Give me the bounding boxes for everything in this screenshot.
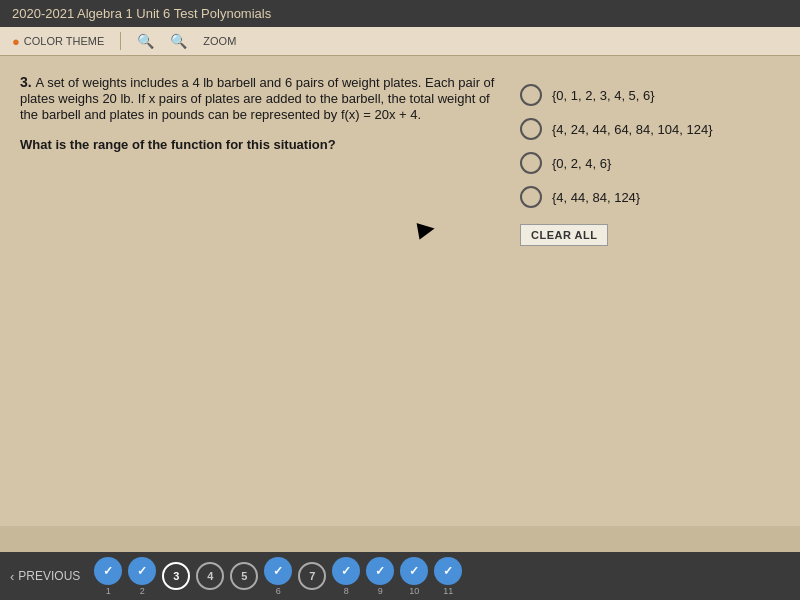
- prev-label: PREVIOUS: [18, 569, 80, 583]
- nav-item-9[interactable]: ✓ 9: [366, 557, 394, 596]
- nav-item-8[interactable]: ✓ 8: [332, 557, 360, 596]
- nav-item-2[interactable]: ✓ 2: [128, 557, 156, 596]
- answer-option-d[interactable]: {4, 44, 84, 124}: [520, 186, 780, 208]
- question-body-text: A set of weights includes a 4 lb barbell…: [20, 75, 494, 122]
- prev-chevron-icon: ‹: [10, 569, 14, 584]
- nav-circle-1[interactable]: ✓: [94, 557, 122, 585]
- answer-option-a[interactable]: {0, 1, 2, 3, 4, 5, 6}: [520, 84, 780, 106]
- question-sub-text: What is the range of the function for th…: [20, 136, 360, 154]
- answer-label-a: {0, 1, 2, 3, 4, 5, 6}: [552, 88, 655, 103]
- zoom-in-icon: 🔍: [170, 33, 187, 49]
- answer-option-b[interactable]: {4, 24, 44, 64, 84, 104, 124}: [520, 118, 780, 140]
- answers-area: {0, 1, 2, 3, 4, 5, 6} {4, 24, 44, 64, 84…: [520, 74, 780, 516]
- color-theme-label: COLOR THEME: [24, 35, 104, 47]
- nav-circle-8[interactable]: ✓: [332, 557, 360, 585]
- nav-circle-4[interactable]: 4: [196, 562, 224, 590]
- bottom-nav: ‹ PREVIOUS ✓ 1 ✓ 2 3 4 5 ✓ 6 7 ✓ 8: [0, 552, 800, 600]
- radio-circle-b[interactable]: [520, 118, 542, 140]
- nav-circle-2[interactable]: ✓: [128, 557, 156, 585]
- clear-all-button[interactable]: CLEAR ALL: [520, 224, 608, 246]
- answer-option-c[interactable]: {0, 2, 4, 6}: [520, 152, 780, 174]
- title-bar: 2020-2021 Algebra 1 Unit 6 Test Polynomi…: [0, 0, 800, 27]
- zoom-label: ZOOM: [203, 35, 236, 47]
- answer-label-b: {4, 24, 44, 64, 84, 104, 124}: [552, 122, 712, 137]
- main-content: 3. A set of weights includes a 4 lb barb…: [0, 56, 800, 526]
- question-number-text: 3.: [20, 74, 32, 90]
- nav-item-11[interactable]: ✓ 11: [434, 557, 462, 596]
- toolbar-divider: [120, 32, 121, 50]
- toolbar: ● COLOR THEME 🔍 🔍 ZOOM: [0, 27, 800, 56]
- nav-item-7[interactable]: 7: [298, 562, 326, 591]
- radio-circle-c[interactable]: [520, 152, 542, 174]
- radio-circle-d[interactable]: [520, 186, 542, 208]
- nav-circle-7[interactable]: 7: [298, 562, 326, 590]
- nav-label-1: 1: [106, 586, 111, 596]
- nav-label-11: 11: [443, 586, 453, 596]
- nav-item-5[interactable]: 5: [230, 562, 258, 591]
- zoom-out-icon: 🔍: [137, 33, 154, 49]
- nav-circle-10[interactable]: ✓: [400, 557, 428, 585]
- question-area: 3. A set of weights includes a 4 lb barb…: [20, 74, 510, 516]
- nav-circle-6[interactable]: ✓: [264, 557, 292, 585]
- nav-label-9: 9: [378, 586, 383, 596]
- zoom-label-item: ZOOM: [203, 35, 236, 47]
- nav-item-6[interactable]: ✓ 6: [264, 557, 292, 596]
- nav-circle-5[interactable]: 5: [230, 562, 258, 590]
- answer-label-d: {4, 44, 84, 124}: [552, 190, 640, 205]
- color-theme-icon: ●: [12, 34, 20, 49]
- nav-label-2: 2: [140, 586, 145, 596]
- zoom-out-button[interactable]: 🔍: [137, 33, 154, 49]
- radio-circle-a[interactable]: [520, 84, 542, 106]
- nav-circle-3[interactable]: 3: [162, 562, 190, 590]
- nav-item-3[interactable]: 3: [162, 562, 190, 591]
- color-theme-button[interactable]: ● COLOR THEME: [12, 34, 104, 49]
- question-number: 3. A set of weights includes a 4 lb barb…: [20, 74, 500, 122]
- page-title: 2020-2021 Algebra 1 Unit 6 Test Polynomi…: [12, 6, 271, 21]
- nav-label-10: 10: [409, 586, 419, 596]
- answer-label-c: {0, 2, 4, 6}: [552, 156, 611, 171]
- zoom-in-button[interactable]: 🔍: [170, 33, 187, 49]
- previous-button[interactable]: ‹ PREVIOUS: [10, 569, 80, 584]
- nav-circle-11[interactable]: ✓: [434, 557, 462, 585]
- nav-circle-9[interactable]: ✓: [366, 557, 394, 585]
- nav-label-6: 6: [276, 586, 281, 596]
- nav-label-8: 8: [344, 586, 349, 596]
- nav-item-10[interactable]: ✓ 10: [400, 557, 428, 596]
- nav-item-1[interactable]: ✓ 1: [94, 557, 122, 596]
- nav-item-4[interactable]: 4: [196, 562, 224, 591]
